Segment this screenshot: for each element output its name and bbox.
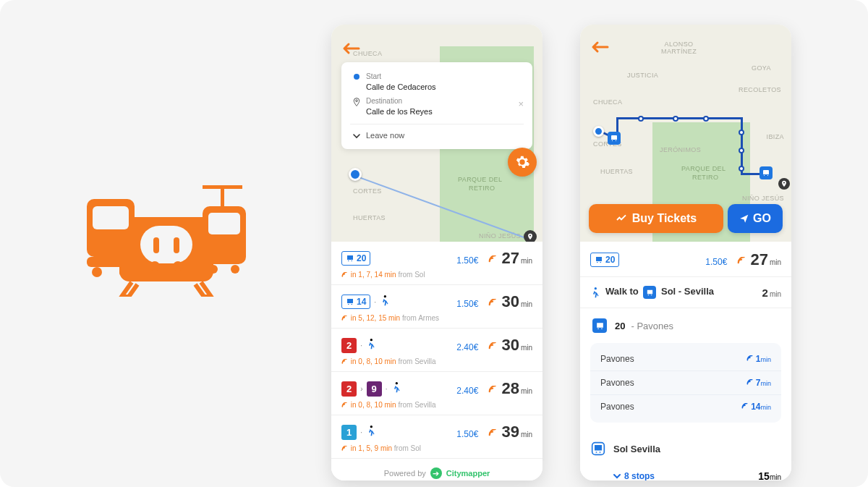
metro-line-chip: 9 [367,381,382,397]
route-option[interactable]: 1·1.50€39min in 1, 5, 9 min from Sol [331,415,542,459]
departure-row[interactable]: Pavones14min [590,394,781,418]
map-label: JUSTICIA [627,72,658,79]
walk-time-value: 2 [762,287,768,299]
departure-dest: Pavones [600,378,634,388]
departure-row[interactable]: Pavones1min [590,347,781,370]
svg-point-18 [370,339,373,341]
leave-time-selector[interactable]: Leave now [350,124,524,143]
map-bus-stop-large [760,166,773,179]
walk-prefix: Walk to [605,286,639,297]
svg-point-12 [150,261,160,271]
back-button[interactable] [341,42,360,55]
map-label: RETIRO [469,185,495,192]
nav-arrow-icon [739,213,749,224]
svg-point-21 [595,287,597,289]
route-option[interactable]: 2›9·2.40€28min in 0, 8, 10 min from Sevi… [331,372,542,415]
dest-field[interactable]: Destination Calle de los Reyes × [350,94,524,119]
start-label: Start [366,72,524,82]
svg-point-19 [395,382,397,384]
dest-pin-icon [350,96,363,106]
back-button[interactable] [590,41,609,54]
map-label: HUERTAS [600,168,633,175]
price-label: 1.50€ [456,429,478,439]
transit-brand-icon [87,181,253,300]
svg-rect-14 [153,237,159,253]
walk-dest: Sol - Sevilla [661,286,714,297]
total-time: 27 min [737,250,781,269]
journey-time: 27min [488,249,532,268]
svg-rect-10 [208,213,240,234]
dest-label: Destination [366,96,524,106]
buy-tickets-button[interactable]: Buy Tickets [589,204,723,233]
bus-line-chip: 20 [590,253,619,267]
phone-route-detail: ALONSO MARTÍNEZ JUSTICIA GOYA RECOLETOS … [580,25,791,480]
map-label: ALONSO MARTÍNEZ [661,41,697,55]
price-label: 2.40€ [456,342,478,352]
bus-line-chip: 14 [341,295,370,309]
map-label: JERÓNIMOS [660,146,701,153]
bus-line-number: 20 [615,321,625,331]
route-option[interactable]: 201.50€27min in 1, 7, 14 min from Sol [331,242,542,285]
expand-stops-button[interactable]: 8 stops [613,471,655,480]
map-label: PARQUE DEL [681,166,726,173]
svg-rect-4 [203,185,242,189]
departure-time: 1min [746,354,771,364]
chevron-right-icon: › [360,385,362,393]
journey-time: 30min [488,336,532,355]
metro-line-chip: 2 [341,338,357,353]
route-subtitle: in 1, 7, 14 min from Sol [341,271,532,279]
walk-icon [590,287,600,298]
map-label: RETIRO [692,174,718,182]
chevron-down-icon [350,132,363,139]
walk-step[interactable]: Walk to Sol - Sevilla 2min [580,277,791,308]
route-option[interactable]: 2·2.40€30min in 0, 8, 10 min from Sevill… [331,329,542,372]
route-detail-body: 20 1.50€ 27 min Wal [580,242,791,480]
buy-tickets-label: Buy Tickets [632,212,697,225]
go-button[interactable]: GO [728,204,783,233]
svg-rect-15 [174,237,179,253]
price-label: 1.50€ [705,257,727,267]
map-bus-stop-large [608,132,621,145]
map-start-pin [593,126,604,137]
map-area[interactable]: CHUECA CORTES HUERTAS IBIZA NIÑO JESÚS P… [331,25,542,242]
map-dest-pin [524,230,537,242]
svg-rect-3 [221,187,224,208]
route-subtitle: in 0, 8, 10 min from Sevilla [341,357,532,365]
start-value: Calle de Cedaceros [366,82,524,93]
svg-rect-9 [93,206,129,229]
boarding-stop: Sol Sevilla [613,444,781,454]
bus-icon [592,318,607,333]
departure-time: 14min [741,402,771,412]
clear-dest-button[interactable]: × [518,98,524,109]
map-label: CORTES [353,187,382,195]
live-wave-icon [737,257,747,265]
map-label: PARQUE DEL [458,177,502,184]
departure-dest: Pavones [600,402,634,412]
route-option[interactable]: 14·1.50€30min in 5, 12, 15 min from Arme… [331,285,542,329]
gear-icon [514,154,530,170]
svg-point-13 [173,261,183,271]
citymapper-badge-icon: ➔ [430,467,442,479]
settings-button[interactable] [508,148,537,177]
svg-point-16 [354,74,359,80]
map-area[interactable]: ALONSO MARTÍNEZ JUSTICIA GOYA RECOLETOS … [580,25,791,242]
journey-time: 39min [488,423,532,441]
walk-icon [391,382,401,396]
powered-by: Powered by➔Citymapper [331,459,542,480]
walk-icon [380,295,389,309]
dest-value: Calle de los Reyes [366,106,524,117]
map-label: NIÑO JESÚS [742,195,784,202]
chevron-down-icon [613,473,621,479]
map-label: RECOLETOS [739,86,781,93]
metro-line-chip: 2 [341,381,357,397]
departure-time: 7min [746,378,771,388]
journey-time: 30min [488,292,532,311]
ticket-icon [616,213,627,224]
start-field[interactable]: Start Calle de Cedaceros [350,69,524,94]
departure-row[interactable]: Pavones7min [590,370,781,394]
map-label: GOYA [752,64,771,72]
stops-count-label: 8 stops [624,471,655,480]
departure-dest: Pavones [600,354,634,364]
route-subtitle: in 1, 5, 9 min from Sol [341,444,532,452]
price-label: 2.40€ [456,386,478,396]
